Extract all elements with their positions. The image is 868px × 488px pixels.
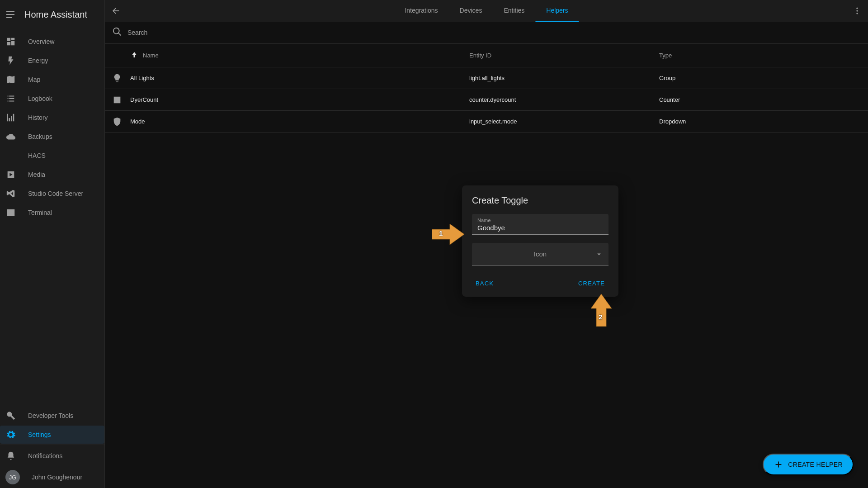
chevron-down-icon xyxy=(595,250,603,258)
svg-marker-3 xyxy=(432,224,464,245)
annotation-number: 1 xyxy=(439,229,443,237)
name-field[interactable]: Name xyxy=(472,214,609,235)
app-title: Home Assistant xyxy=(24,9,87,20)
sidebar-item-user[interactable]: JG John Goughenour xyxy=(0,466,104,488)
sidebar-item-studio-code[interactable]: Studio Code Server xyxy=(0,185,104,203)
sidebar-item-notifications[interactable]: Notifications xyxy=(0,445,104,466)
tabs: Integrations Devices Entities Helpers xyxy=(394,0,579,22)
sidebar-item-label: Overview xyxy=(28,38,54,45)
main: Integrations Devices Entities Helpers Na… xyxy=(105,0,868,488)
sidebar-item-label: John Goughenour xyxy=(32,474,82,481)
nav-list: Overview Energy Map Logbook History Back… xyxy=(0,29,104,403)
sidebar-item-label: Developer Tools xyxy=(28,412,73,419)
create-toggle-dialog: Create Toggle Name Icon BACK CREATE xyxy=(462,185,618,297)
search-input[interactable] xyxy=(127,29,861,36)
cog-icon xyxy=(5,429,16,440)
row-entity: counter.dyercount xyxy=(469,96,659,103)
counter-icon xyxy=(112,95,130,105)
icon-select[interactable]: Icon xyxy=(472,243,609,265)
sidebar-item-label: Logbook xyxy=(28,95,52,102)
row-entity: light.all_lights xyxy=(469,75,659,81)
row-name: Mode xyxy=(130,118,469,125)
row-name: DyerCount xyxy=(130,96,469,103)
annotation-number: 2 xyxy=(599,313,602,321)
helpers-table: Name Entity ID Type All Lights light.all… xyxy=(105,43,868,133)
back-button[interactable]: BACK xyxy=(472,275,497,291)
sidebar-item-label: History xyxy=(28,114,48,121)
sidebar-item-label: Settings xyxy=(28,431,51,438)
plus-icon xyxy=(774,460,783,469)
sort-asc-icon[interactable] xyxy=(130,51,138,60)
table-row[interactable]: Mode input_select.mode Dropdown xyxy=(105,111,868,133)
sidebar-item-logbook[interactable]: Logbook xyxy=(0,90,104,108)
dialog-actions: BACK CREATE xyxy=(472,274,609,291)
overflow-menu-button[interactable] xyxy=(846,0,868,22)
map-icon xyxy=(5,74,16,85)
sidebar-item-map[interactable]: Map xyxy=(0,71,104,89)
svg-point-2 xyxy=(856,13,858,14)
search-icon xyxy=(112,27,122,38)
dashboard-icon xyxy=(5,36,16,47)
sidebar-item-label: Studio Code Server xyxy=(28,190,83,197)
table-row[interactable]: All Lights light.all_lights Group xyxy=(105,67,868,89)
sidebar-item-settings[interactable]: Settings xyxy=(0,426,104,444)
sidebar-item-label: Terminal xyxy=(28,209,52,216)
annotation-arrow-1: 1 xyxy=(432,224,464,246)
sidebar-item-energy[interactable]: Energy xyxy=(0,52,104,70)
tab-helpers[interactable]: Helpers xyxy=(535,0,579,22)
terminal-icon xyxy=(5,207,16,218)
play-icon xyxy=(5,169,16,180)
table-header: Name Entity ID Type xyxy=(105,44,868,67)
nav-bottom: Developer Tools Settings xyxy=(0,403,104,445)
lightbulb-icon xyxy=(112,73,130,83)
sidebar-item-label: HACS xyxy=(28,152,46,159)
sidebar-item-media[interactable]: Media xyxy=(0,166,104,184)
searchbar xyxy=(105,22,868,43)
svg-point-1 xyxy=(856,10,858,11)
list-icon xyxy=(5,93,16,104)
tab-integrations[interactable]: Integrations xyxy=(394,0,448,22)
sidebar-item-overview[interactable]: Overview xyxy=(0,33,104,51)
create-button[interactable]: CREATE xyxy=(575,275,609,291)
cloud-icon xyxy=(5,131,16,142)
dialog-title: Create Toggle xyxy=(472,195,609,206)
avatar: JG xyxy=(5,470,20,484)
name-input[interactable] xyxy=(477,223,603,232)
sidebar-item-hacs[interactable]: HACS xyxy=(0,147,104,165)
tab-entities[interactable]: Entities xyxy=(493,0,535,22)
sidebar-header: Home Assistant xyxy=(0,0,104,29)
sidebar-item-backups[interactable]: Backups xyxy=(0,128,104,146)
sidebar-item-history[interactable]: History xyxy=(0,109,104,127)
chart-icon xyxy=(5,112,16,123)
menu-toggle-icon[interactable] xyxy=(6,9,17,20)
svg-marker-4 xyxy=(591,294,612,327)
sidebar-item-dev-tools[interactable]: Developer Tools xyxy=(0,407,104,425)
flash-icon xyxy=(5,55,16,66)
back-button[interactable] xyxy=(105,0,127,22)
sidebar-item-label: Energy xyxy=(28,57,48,64)
row-type: Counter xyxy=(659,96,861,103)
sidebar-item-label: Media xyxy=(28,171,45,178)
tab-devices[interactable]: Devices xyxy=(449,0,493,22)
sidebar: Home Assistant Overview Energy Map Logbo… xyxy=(0,0,105,488)
table-row[interactable]: DyerCount counter.dyercount Counter xyxy=(105,89,868,111)
sidebar-item-label: Backups xyxy=(28,133,52,140)
vscode-icon xyxy=(5,188,16,199)
row-type: Group xyxy=(659,75,861,81)
column-label[interactable]: Entity ID xyxy=(469,52,659,59)
row-entity: input_select.mode xyxy=(469,118,659,125)
wrench-icon xyxy=(5,410,16,421)
blank-icon xyxy=(5,150,16,161)
create-helper-button[interactable]: CREATE HELPER xyxy=(763,454,854,475)
topbar: Integrations Devices Entities Helpers xyxy=(105,0,868,22)
sidebar-item-terminal[interactable]: Terminal xyxy=(0,204,104,222)
column-label[interactable]: Name xyxy=(143,52,159,59)
bell-icon xyxy=(5,450,16,461)
row-type: Dropdown xyxy=(659,118,861,125)
column-label[interactable]: Type xyxy=(659,52,861,59)
row-name: All Lights xyxy=(130,75,469,81)
sidebar-item-label: Notifications xyxy=(28,452,62,460)
field-label: Name xyxy=(477,218,603,223)
sidebar-item-label: Map xyxy=(28,76,40,83)
field-label: Icon xyxy=(534,250,547,258)
